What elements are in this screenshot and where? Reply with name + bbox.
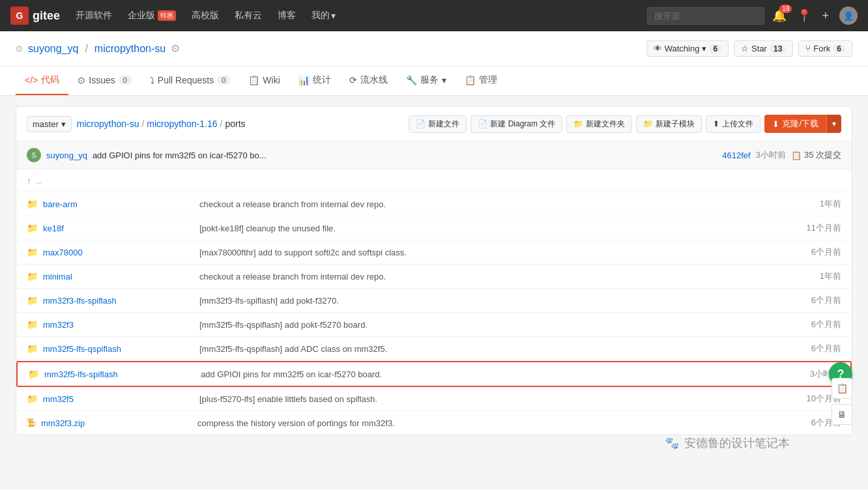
mine-arrow-icon: ▾ [331,10,336,21]
watch-arrow: ▾ [702,44,706,53]
file-list: ↑ .. 📁 bare-arm checkout a release branc… [16,169,852,435]
tab-pipeline-label: 流水线 [360,74,388,86]
tab-services[interactable]: 🔧 服务 ▾ [397,66,456,95]
ke18f-link[interactable]: ke18f [43,223,64,233]
upload-file-btn[interactable]: ⬆ 上传文件 [706,115,760,133]
file-row-mm32f3: 📁 mm32f3 [mm32f5-lfs-qspiflash] add pokt… [16,313,852,337]
new-submodule-btn[interactable]: 📁 新建子模块 [636,115,702,133]
nav-private-cloud-label: 私有云 [235,10,262,22]
mm32f5-lfs-spiflash-link[interactable]: mm32f5-lfs-spiflash [44,369,118,379]
max78000-link[interactable]: max78000 [43,248,83,257]
fork-label: Fork [813,44,830,53]
new-file-label: 新建文件 [428,119,459,130]
zip-icon-mm32f3-zip: 🗜 [27,418,36,428]
enterprise-badge: 特惠 [158,10,176,21]
tab-wiki[interactable]: 📋 Wiki [239,67,289,94]
breadcrumb-root[interactable]: micropython-su [77,119,139,129]
clone-label: 克隆/下载 [782,118,818,130]
notification-btn[interactable]: 🔔 18 [772,8,787,23]
commit-message: add GPIOI pins for mm32f5 on icar-f5270 … [93,151,717,160]
nav-university[interactable]: 高校版 [192,10,219,22]
nav-university-label: 高校版 [192,10,219,22]
nav-enterprise[interactable]: 企业版 特惠 [128,10,176,22]
nav-blog[interactable]: 博客 [278,10,296,22]
side-icon-1[interactable]: 📋 [832,378,852,399]
mm32f3-zip-link[interactable]: mm32f3.zip [41,418,85,428]
upload-label: 上传文件 [722,119,753,130]
star-button[interactable]: ☆ Star 13 [734,40,793,57]
new-diagram-btn[interactable]: 📄 新建 Diagram 文件 [470,115,562,133]
tab-pull-requests[interactable]: ⤵ Pull Requests 0 [141,67,240,94]
watch-count: 6 [709,44,721,53]
mm32f3-commit: [mm32f5-lfs-qspiflash] add pokt-f5270 bo… [186,320,789,330]
file-name-mm32f5-lfs-spiflash: mm32f5-lfs-spiflash [44,369,188,379]
nav-private-cloud[interactable]: 私有云 [235,10,262,22]
repo-name-link[interactable]: micropython-su [94,43,166,55]
tab-stats[interactable]: 📊 统计 [289,66,340,95]
fork-icon: ⑂ [805,44,811,53]
watch-button[interactable]: 👁 Watching ▾ 6 [646,40,729,57]
commit-count: 📋 35 次提交 [791,149,841,161]
user-avatar[interactable]: 👤 [839,7,858,25]
clone-dropdown-arrow-icon: ▾ [832,119,836,128]
search-input[interactable] [647,7,764,25]
tab-issues-label: Issues [89,75,115,85]
watermark: 🐾 安德鲁的设计笔记本 [665,435,790,446]
tab-management[interactable]: 📋 管理 [456,66,506,95]
file-name-mm32f3-lfs-spiflash: mm32f3-lfs-spiflash [43,296,186,306]
commit-author-avatar: S [27,148,41,162]
tab-issues[interactable]: ⊙ Issues 0 [68,67,141,94]
mm32f3-lfs-spiflash-commit: [mm32f3-lfs-spiflash] add pokt-f3270. [186,296,789,306]
watermark-icon: 🐾 [665,436,679,446]
bare-arm-link[interactable]: bare-arm [43,199,78,209]
side-icon-2[interactable]: 🖥 [832,404,852,425]
file-row-mm32f3-lfs-spiflash: 📁 mm32f3-lfs-spiflash [mm32f3-lfs-spifla… [16,289,852,313]
breadcrumb-sep-1: / [141,119,144,129]
main-content: master ▾ micropython-su / micropython-1.… [16,106,852,435]
tab-code[interactable]: </> 代码 [16,66,68,95]
folder-icon-mm32f3: 📁 [27,319,38,330]
minimal-time: 1年前 [789,270,841,282]
tab-pipeline[interactable]: ⟳ 流水线 [340,66,397,95]
mm32f5-lfs-qspiflash-link[interactable]: mm32f5-lfs-qspiflash [43,344,121,354]
issues-icon: ⊙ [78,75,85,85]
mm32f3-link[interactable]: mm32f3 [43,320,74,330]
mm32f5-link[interactable]: mm32f5 [43,394,74,404]
logo[interactable]: G gitee [10,7,60,25]
tab-wiki-label: Wiki [263,75,280,85]
commit-hash[interactable]: 4612fef [722,151,750,160]
plus-icon: + [822,9,829,22]
code-icon: </> [25,75,38,85]
breadcrumb-sub[interactable]: micropython-1.16 [147,119,217,129]
star-icon: ☆ [741,44,749,53]
branch-selector[interactable]: master ▾ [27,116,72,132]
folder-icon-mm32f5-lfs-qspiflash: 📁 [27,343,38,354]
commit-author[interactable]: suyong_yq [46,151,87,160]
nav-icon-group: 🔔 18 📍 + 👤 [772,7,858,25]
watch-label: Watching [665,44,700,53]
services-icon: 🔧 [406,75,417,85]
location-btn[interactable]: 📍 [797,8,811,23]
nav-mine[interactable]: 我的 ▾ [311,10,336,22]
star-count: 13 [770,44,786,53]
folder-icon-minimal: 📁 [27,271,38,281]
add-btn[interactable]: + [822,9,829,23]
file-actions: 📄 新建文件 📄 新建 Diagram 文件 📁 新建文件夹 📁 新建子模块 ⬆… [409,115,841,133]
mm32f5-commit: [plus-f5270-lfs] enable littlefs based o… [186,394,789,404]
repo-owner-link[interactable]: suyong_yq [28,43,78,55]
clone-button[interactable]: ⬇ 克隆/下载 [764,115,826,133]
repo-settings-icon[interactable]: ⚙ [171,42,180,55]
file-row-mm32f5: 📁 mm32f5 [plus-f5270-lfs] enable littlef… [16,387,852,411]
commit-bar: S suyong_yq add GPIOI pins for mm32f5 on… [16,141,852,169]
file-row-mm32f3-zip: 🗜 mm32f3.zip compress the history versio… [16,411,852,435]
folder-icon-max78000: 📁 [27,247,38,257]
nav-open-source[interactable]: 开源软件 [76,10,112,22]
nav-search-area: 🔔 18 📍 + 👤 [647,7,858,25]
clone-dropdown-btn[interactable]: ▾ [826,115,841,133]
new-file-btn[interactable]: 📄 新建文件 [409,115,467,133]
folder-icon-bare-arm: 📁 [27,199,38,209]
new-folder-btn[interactable]: 📁 新建文件夹 [566,115,632,133]
minimal-link[interactable]: minimal [43,272,72,281]
mm32f3-lfs-spiflash-link[interactable]: mm32f3-lfs-spiflash [43,296,117,306]
fork-button[interactable]: ⑂ Fork 6 [798,40,852,57]
